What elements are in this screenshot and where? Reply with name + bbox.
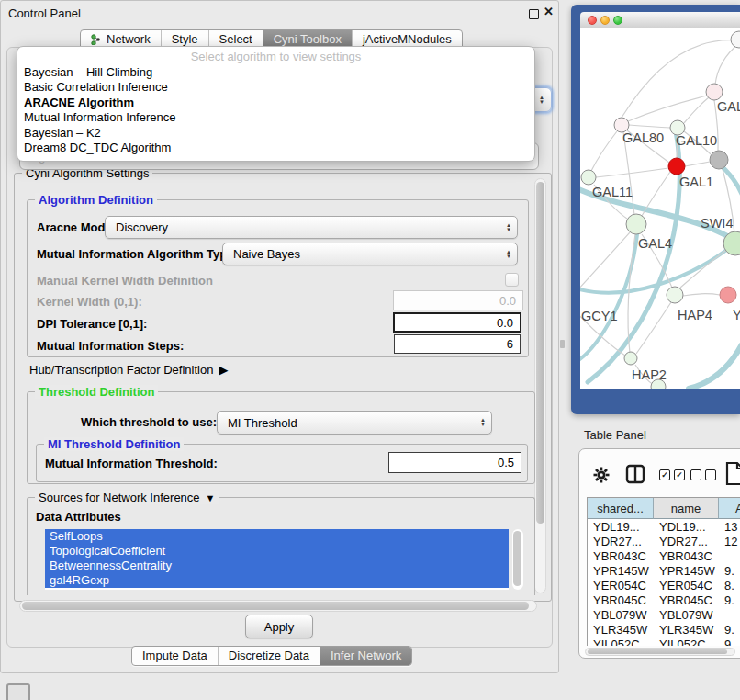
algorithm-definition-title: Algorithm Definition <box>35 193 157 207</box>
tab-discretize-data[interactable]: Discretize Data <box>218 647 320 665</box>
column-layout-icon[interactable] <box>625 464 645 484</box>
column-header-name[interactable]: name <box>654 498 719 519</box>
node-gal1[interactable] <box>668 158 685 175</box>
mi-steps-field[interactable]: 6 <box>394 334 521 354</box>
node-gal11[interactable] <box>581 170 596 185</box>
hub-definition-expander[interactable]: Hub/Transcription Factor Definition ▶ <box>29 363 228 377</box>
kernel-width-label: Kernel Width (0,1): <box>37 295 142 309</box>
deselect-all-columns-icon[interactable] <box>690 469 716 480</box>
table-row[interactable]: YDL19... YDL19... 13 <box>588 519 740 534</box>
close-traffic-light-icon[interactable] <box>588 16 597 25</box>
menu-item-aracne[interactable]: ARACNE Algorithm <box>17 96 534 110</box>
table-row[interactable]: YDR27... YDR27... 12 <box>588 534 740 548</box>
cell: YDL19... <box>654 519 719 534</box>
node-label-gal: GAL <box>717 99 740 114</box>
table-panel: ✓✓ shared... name A YDL19... YDL19... 13… <box>578 448 740 659</box>
table-row[interactable]: YIL052C YIL052C 9 <box>588 637 740 646</box>
settings-scrollbar[interactable] <box>534 178 546 593</box>
expand-right-icon[interactable]: ▶ <box>219 363 228 377</box>
manual-kernel-width-label: Manual Kernel Width Definition <box>37 274 213 288</box>
column-header-shared-name[interactable]: shared... <box>588 498 654 519</box>
hub-definition-label: Hub/Transcription Factor Definition <box>29 363 213 377</box>
table-row[interactable]: YER054C YER054C 8. <box>588 578 740 593</box>
zoom-traffic-light-icon[interactable] <box>613 16 622 25</box>
network-icon <box>91 34 102 45</box>
panel-title: Control Panel <box>8 6 81 20</box>
mi-algorithm-type-combobox[interactable]: Naive Bayes ▲▼ <box>222 243 518 265</box>
mi-threshold-field[interactable]: 0.5 <box>388 452 521 473</box>
menu-item-mutual-information[interactable]: Mutual Information Inference <box>17 110 534 125</box>
settings-scrollbar-thumb[interactable] <box>536 182 544 524</box>
cell: YBL079W <box>588 607 654 622</box>
node-unlabeled[interactable] <box>731 31 740 48</box>
splitpane-divider-mark[interactable] <box>560 340 565 348</box>
attribute-item-selfloops[interactable]: SelfLoops <box>45 529 509 544</box>
menu-item-basic-correlation[interactable]: Basic Correlation Inference <box>17 80 534 95</box>
mi-threshold-group-title: MI Threshold Definition <box>44 437 184 451</box>
table-panel-title: Table Panel <box>584 428 646 442</box>
data-attributes-label: Data Attributes <box>36 510 121 524</box>
network-canvas[interactable]: GAL GAL80 GAL10 GAL1 GAL11 GAL4 SWI4 GCY… <box>580 28 740 389</box>
settings-horizontal-scrollbar[interactable] <box>19 600 537 612</box>
table-row[interactable]: YBL079W YBL079W <box>588 607 740 622</box>
attribute-item-topologicalcoefficient[interactable]: TopologicalCoefficient <box>45 544 509 559</box>
network-graph: GAL GAL80 GAL10 GAL1 GAL11 GAL4 SWI4 GCY… <box>580 28 740 389</box>
node-hap4[interactable] <box>667 287 683 303</box>
stepper-arrows-icon: ▲▼ <box>480 418 488 427</box>
tab-infer-network[interactable]: Infer Network <box>320 647 411 665</box>
menu-item-bayesian-k2[interactable]: Bayesian – K2 <box>17 126 534 141</box>
dpi-tolerance-field[interactable]: 0.0 <box>393 312 521 333</box>
gear-icon[interactable] <box>592 466 611 484</box>
algorithm-definition-group: Algorithm Definition Aracne Mode: Discov… <box>27 199 529 357</box>
node-label-gal4: GAL4 <box>638 236 672 251</box>
table-horizontal-scrollbar-thumb[interactable] <box>588 649 727 654</box>
node-label-y: Y <box>733 308 740 322</box>
collapse-down-icon[interactable]: ▼ <box>206 492 216 503</box>
table-row[interactable]: YPR145W YPR145W 9. <box>588 563 740 578</box>
cell: YIL052C <box>654 637 719 646</box>
node-label-swi4: SWI4 <box>701 216 733 231</box>
which-threshold-combobox[interactable]: MI Threshold ▲▼ <box>217 411 492 435</box>
tab-impute-data[interactable]: Impute Data <box>132 647 218 665</box>
float-window-icon[interactable] <box>529 9 539 19</box>
network-window-titlebar[interactable] <box>580 12 740 29</box>
kernel-width-field[interactable]: 0.0 <box>393 290 523 310</box>
table-horizontal-scrollbar[interactable] <box>585 648 735 656</box>
mi-threshold-label: Mutual Information Threshold: <box>45 457 218 470</box>
node-gray[interactable] <box>710 151 728 169</box>
table-row[interactable]: YBR043C YBR043C <box>588 548 740 563</box>
attributes-scrollbar[interactable] <box>512 529 523 590</box>
network-view-window[interactable]: GAL GAL80 GAL10 GAL1 GAL11 GAL4 SWI4 GCY… <box>571 5 740 414</box>
node-label-gal10: GAL10 <box>676 133 717 148</box>
select-all-columns-icon[interactable]: ✓✓ <box>659 469 685 480</box>
cell: YPR145W <box>654 563 719 578</box>
manual-kernel-width-checkbox[interactable] <box>505 273 519 287</box>
tab-impute-data-label: Impute Data <box>142 647 207 665</box>
node-hap2[interactable] <box>624 352 637 365</box>
network-nodes <box>580 31 740 389</box>
sources-group-title-row[interactable]: Sources for Network Inference ▼ <box>35 491 219 504</box>
column-header-third[interactable]: A <box>719 498 740 519</box>
aracne-mode-combobox[interactable]: Discovery ▲▼ <box>105 216 518 239</box>
menu-item-bayesian-hill-climbing[interactable]: Bayesian – Hill Climbing <box>17 65 534 80</box>
node-gal[interactable] <box>706 84 723 100</box>
settings-horizontal-scrollbar-thumb[interactable] <box>22 602 529 610</box>
attributes-scrollbar-thumb[interactable] <box>513 531 521 586</box>
node-label-gcy1: GCY1 <box>581 309 618 323</box>
stepper-arrows-icon: ▲▼ <box>506 250 514 259</box>
mi-steps-label: Mutual Information Steps: <box>37 339 184 353</box>
cell: YIL052C <box>588 637 654 646</box>
attribute-item-betweennesscentrality[interactable]: BetweennessCentrality <box>45 559 509 573</box>
menu-item-dream8[interactable]: Dream8 DC_TDC Algorithm <box>17 141 534 155</box>
node-y[interactable] <box>720 287 736 303</box>
minimize-traffic-light-icon[interactable] <box>600 16 610 25</box>
minimized-panel-stub[interactable] <box>6 683 30 700</box>
table-row[interactable]: YLR345W YLR345W 9. <box>588 622 740 637</box>
export-table-icon[interactable] <box>724 461 740 486</box>
table-row[interactable]: YBR045C YBR045C 9. <box>588 593 740 607</box>
node-label-hap4: HAP4 <box>678 308 712 322</box>
apply-button[interactable]: Apply <box>245 615 313 638</box>
attribute-item-gal4rgexp[interactable]: gal4RGexp <box>45 573 509 588</box>
node-gal4[interactable] <box>626 214 646 234</box>
close-icon[interactable]: ✕ <box>544 5 554 18</box>
